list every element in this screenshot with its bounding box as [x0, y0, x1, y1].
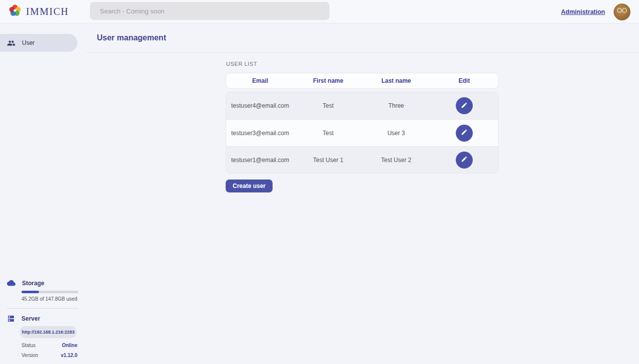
table-row: testuser4@email.com Test Three	[226, 92, 498, 119]
server-url-chip: http://192.168.1.216:2283	[20, 326, 76, 338]
pencil-icon	[461, 129, 468, 137]
brand[interactable]: IMMICH	[0, 4, 69, 19]
navbar-right: Administration	[561, 0, 631, 23]
storage-usage-text: 45.2GB of 147.8GB used	[21, 296, 78, 302]
main-header: User management	[85, 23, 639, 53]
edit-user-button[interactable]	[456, 152, 473, 169]
server-title: Server	[21, 315, 40, 322]
server-icon	[7, 315, 15, 323]
col-header-email: Email	[252, 77, 268, 84]
brand-title: IMMICH	[26, 6, 69, 17]
app-layout: User Storage 45.2GB of 147.8GB used	[0, 23, 639, 364]
status-label: Status	[21, 343, 35, 348]
search-input[interactable]	[90, 2, 329, 20]
sidebar-item-label: User	[22, 39, 34, 46]
cell-email: testuser4@email.com	[231, 102, 289, 109]
cell-last-name: Test User 2	[381, 157, 411, 164]
cell-first-name: Test	[322, 102, 333, 109]
table-row: testuser1@email.com Test User 1 Test Use…	[226, 146, 498, 173]
immich-flower-logo-icon	[8, 4, 21, 19]
user-list-label: USER LIST	[226, 61, 499, 67]
sidebar-item-user[interactable]: User	[0, 34, 77, 52]
table-row: testuser3@email.com Test User 3	[226, 119, 498, 146]
cell-first-name: Test User 1	[313, 157, 343, 164]
server-version-row: Version v1.12.0	[21, 353, 77, 358]
sidebar-divider	[7, 308, 78, 309]
pencil-icon	[461, 102, 468, 110]
user-list-section: USER LIST Email First name Last name Edi…	[85, 53, 639, 192]
version-value: v1.12.0	[61, 353, 77, 358]
storage-progress-bar	[21, 291, 78, 293]
col-header-first-name: First name	[313, 77, 343, 84]
version-label: Version	[21, 353, 38, 358]
status-value: Online	[62, 343, 77, 348]
main-content: User management USER LIST Email First na…	[85, 23, 639, 364]
cloud-icon	[7, 279, 15, 287]
create-user-button[interactable]: Create user	[226, 180, 273, 192]
sidebar: User Storage 45.2GB of 147.8GB used	[0, 23, 85, 364]
top-navbar: IMMICH Administration	[0, 0, 639, 23]
col-header-last-name: Last name	[381, 77, 411, 84]
administration-link[interactable]: Administration	[561, 8, 605, 15]
edit-user-button[interactable]	[456, 97, 473, 114]
storage-header: Storage	[0, 279, 85, 287]
server-header: Server	[0, 315, 85, 323]
page-title: User management	[97, 33, 166, 42]
cell-last-name: Three	[388, 102, 404, 109]
cell-last-name: User 3	[387, 130, 405, 137]
storage-title: Storage	[22, 280, 44, 287]
sidebar-footer: Storage 45.2GB of 147.8GB used Server ht…	[0, 279, 85, 358]
edit-user-button[interactable]	[456, 125, 473, 142]
users-icon	[7, 39, 15, 47]
user-table-body: testuser4@email.com Test Three	[226, 92, 499, 174]
user-avatar[interactable]	[614, 3, 631, 20]
cell-email: testuser1@email.com	[231, 157, 289, 164]
cell-first-name: Test	[322, 130, 333, 137]
immich-admin-screen: IMMICH Administration	[0, 0, 639, 364]
server-status-row: Status Online	[21, 343, 77, 348]
pencil-icon	[461, 156, 468, 164]
user-table-wrap: USER LIST Email First name Last name Edi…	[226, 61, 499, 192]
table-header-row: Email First name Last name Edit	[226, 73, 499, 89]
storage-progress-fill	[21, 291, 39, 293]
cell-email: testuser3@email.com	[231, 130, 289, 137]
col-header-edit: Edit	[459, 77, 470, 84]
